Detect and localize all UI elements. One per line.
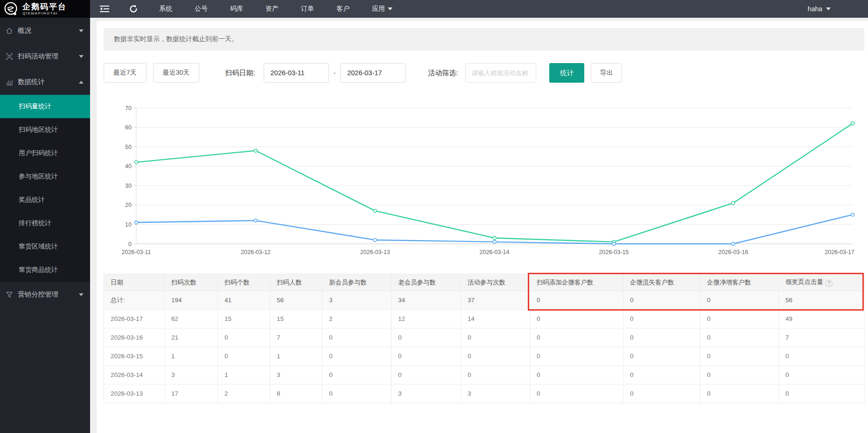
column-header-新会员参与数: 新会员参与数 [322, 274, 392, 291]
activity-name-input[interactable] [465, 63, 536, 83]
table-cell: 3 [392, 384, 461, 403]
total-cell: 41 [218, 291, 270, 310]
nav-item-客户[interactable]: 客户 [325, 0, 361, 18]
sidebar-item-数据统计[interactable]: 数据统计 [0, 69, 90, 95]
table-cell: 0 [530, 366, 623, 384]
table-cell: 2 [322, 310, 392, 328]
total-cell: 37 [461, 291, 530, 310]
y-tick-label: 20 [125, 202, 132, 208]
chevron-down-icon [79, 55, 84, 58]
table-cell: 0 [700, 347, 779, 366]
table-row: 2026-03-176215152121400049 [104, 310, 865, 328]
data-point-扫码个数 [493, 240, 496, 243]
data-point-扫码个数 [373, 238, 377, 241]
chevron-down-icon [79, 293, 84, 296]
total-cell: 3 [322, 291, 392, 310]
table-cell: 0 [392, 347, 461, 366]
table-cell: 2026-03-13 [104, 384, 165, 403]
statistics-table: 日期扫码次数扫码个数扫码人数新会员参与数老会员参与数活动参与次数扫码添加企微客户… [104, 274, 865, 403]
data-point-扫码次数 [493, 236, 496, 240]
data-point-扫码个数 [851, 213, 854, 216]
chevron-down-icon [388, 7, 392, 10]
table-cell: 15 [218, 310, 270, 328]
column-header-扫码个数: 扫码个数 [218, 274, 270, 291]
column-header-扫码添加企微客户数: 扫码添加企微客户数 [530, 274, 623, 291]
scan-activity-icon [6, 53, 13, 60]
table-cell: 0 [700, 328, 779, 347]
export-button[interactable]: 导出 [591, 63, 622, 83]
y-tick-label: 30 [125, 183, 132, 189]
sidebar-item-label: 扫码活动管理 [18, 52, 74, 61]
help-icon[interactable]: ? [826, 280, 833, 287]
sidebar-subitem-扫码量统计[interactable]: 扫码量统计 [0, 95, 90, 118]
table-cell: 1 [218, 366, 270, 384]
table-row: 2026-03-1317280330000 [104, 384, 865, 403]
table-cell: 0 [218, 328, 270, 347]
nav-item-apps-dropdown[interactable]: 应用 [361, 0, 404, 18]
statistics-table-wrap: 日期扫码次数扫码个数扫码人数新会员参与数老会员参与数活动参与次数扫码添加企微客户… [104, 274, 864, 403]
column-header-老会员参与数: 老会员参与数 [392, 274, 461, 291]
table-cell: 3 [270, 366, 322, 384]
table-cell: 0 [530, 384, 623, 403]
sidebar-subitem-窜货商品统计[interactable]: 窜货商品统计 [0, 258, 90, 282]
last-7-days-button[interactable]: 最近7天 [104, 63, 147, 83]
sidebar-subitem-参与地区统计[interactable]: 参与地区统计 [0, 165, 90, 188]
table-cell: 0 [461, 328, 530, 347]
column-header-扫码次数: 扫码次数 [165, 274, 218, 291]
table-cell: 3 [165, 366, 218, 384]
sidebar-subitem-奖品统计[interactable]: 奖品统计 [0, 188, 90, 212]
total-cell: 总计: [104, 291, 165, 310]
x-tick-label: 2026-03-16 [718, 249, 748, 256]
column-header-领奖页点击量: 领奖页点击量? [779, 274, 865, 291]
sidebar-subitem-窜货区域统计[interactable]: 窜货区域统计 [0, 235, 90, 258]
user-menu[interactable]: haha [808, 0, 868, 18]
table-cell: 0 [322, 384, 392, 403]
sidebar-item-扫码活动管理[interactable]: 扫码活动管理 [0, 43, 90, 69]
table-cell: 15 [270, 310, 322, 328]
data-point-扫码个数 [254, 219, 257, 222]
table-cell: 0 [530, 310, 623, 328]
column-header-日期: 日期 [104, 274, 165, 291]
table-cell: 21 [165, 328, 218, 347]
nav-item-订单[interactable]: 订单 [290, 0, 325, 18]
sidebar-subitem-排行榜统计[interactable]: 排行榜统计 [0, 212, 90, 235]
table-cell: 0 [700, 366, 779, 384]
table-total-row: 总计:19441563343700056 [104, 291, 865, 310]
total-cell: 194 [165, 291, 218, 310]
table-cell: 2026-03-15 [104, 347, 165, 366]
nav-item-公号[interactable]: 公号 [183, 0, 219, 18]
date-to-input[interactable] [340, 63, 406, 83]
table-cell: 0 [530, 347, 623, 366]
scan-volume-line-chart: 0102030405060702026-03-112026-03-122026-… [104, 98, 864, 261]
sidebar-item-营销分控管理[interactable]: 营销分控管理 [0, 282, 90, 307]
menu-fold-icon[interactable] [90, 0, 119, 18]
date-from-input[interactable] [264, 63, 329, 83]
sidebar-subitem-用户扫码统计[interactable]: 用户扫码统计 [0, 142, 90, 165]
marketing-icon [6, 291, 13, 298]
table-header-row: 日期扫码次数扫码个数扫码人数新会员参与数老会员参与数活动参与次数扫码添加企微客户… [104, 274, 865, 291]
statistics-button[interactable]: 统计 [549, 63, 584, 83]
total-cell: 0 [530, 291, 623, 310]
app-logo: 企鹅码平台 QIEMAPINGTAI [0, 0, 90, 18]
logo-icon [4, 1, 19, 16]
nav-item-资产[interactable]: 资产 [254, 0, 290, 18]
table-cell: 8 [270, 384, 322, 403]
table-cell: 2026-03-14 [104, 366, 165, 384]
y-tick-label: 40 [125, 163, 132, 170]
data-point-扫码个数 [135, 221, 138, 224]
sidebar-subitem-扫码地区统计[interactable]: 扫码地区统计 [0, 118, 90, 142]
table-cell: 0 [392, 328, 461, 347]
last-30-days-button[interactable]: 最近30天 [153, 63, 200, 83]
table-cell: 0 [461, 347, 530, 366]
table-row: 2026-03-151010000000 [104, 347, 865, 366]
nav-item-码库[interactable]: 码库 [219, 0, 254, 18]
nav-item-系统[interactable]: 系统 [148, 0, 183, 18]
sidebar-item-概况[interactable]: 概况 [0, 18, 90, 43]
data-point-扫码次数 [732, 201, 735, 205]
table-cell: 0 [779, 347, 865, 366]
refresh-icon[interactable] [119, 0, 148, 18]
total-cell: 0 [623, 291, 700, 310]
data-point-扫码次数 [135, 161, 138, 164]
table-row: 2026-03-143130000000 [104, 366, 865, 384]
chevron-up-icon [79, 81, 84, 84]
